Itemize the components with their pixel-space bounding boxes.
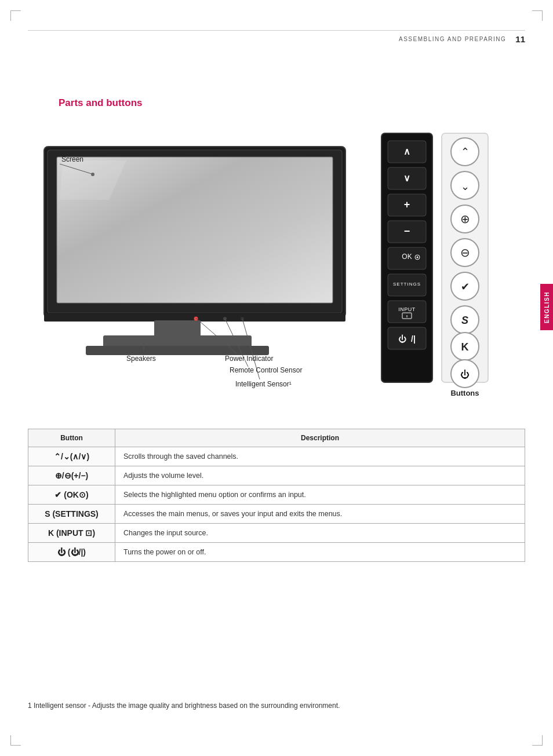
table-cell-button: ✔ (OK⊙) [28, 485, 115, 505]
svg-text:⏻: ⏻ [460, 370, 470, 379]
svg-text:∨: ∨ [403, 173, 410, 183]
svg-text:Speakers: Speakers [126, 355, 156, 363]
svg-text:∧: ∧ [403, 147, 410, 156]
corner-mark-br [532, 735, 543, 746]
table-cell-description: Changes the input source. [115, 524, 525, 543]
page-header: ASSEMBLING AND PREPARING 11 [28, 30, 525, 44]
table-cell-description: Turns the power on or off. [115, 543, 525, 562]
svg-text:/|: /| [411, 334, 416, 344]
svg-text:Screen: Screen [61, 155, 83, 163]
corner-mark-tl [10, 10, 21, 21]
table-header-button: Button [28, 429, 115, 447]
svg-text:⊕: ⊕ [460, 213, 470, 225]
svg-text:⌃: ⌃ [461, 146, 470, 158]
table-cell-description: Selects the highlighted menu option or c… [115, 485, 525, 505]
corner-mark-bl [10, 735, 21, 746]
svg-rect-30 [388, 327, 426, 349]
svg-point-23 [417, 257, 419, 258]
svg-text:K: K [461, 341, 469, 353]
table-cell-button: ⌃/⌄(∧/∨) [28, 447, 115, 466]
svg-text:SETTINGS: SETTINGS [393, 282, 421, 287]
button-table: Button Description ⌃/⌄(∧/∨)Scrolls throu… [28, 429, 525, 562]
footnote: 1 Intelligent sensor - Adjusts the image… [28, 702, 525, 710]
table-row: ✔ (OK⊙)Selects the highlighted menu opti… [28, 485, 525, 505]
table-row: ⌃/⌄(∧/∨)Scrolls through the saved channe… [28, 447, 525, 466]
diagram-area: ∧ ∨ + − OK SETTINGS INPUT ⏻ /| ⌃ [28, 125, 526, 408]
svg-text:Buttons: Buttons [450, 389, 479, 397]
svg-text:+: + [404, 199, 410, 210]
section-title: Parts and buttons [59, 97, 143, 109]
svg-text:⊖: ⊖ [460, 246, 470, 259]
diagram-svg: ∧ ∨ + − OK SETTINGS INPUT ⏻ /| ⌃ [28, 125, 526, 408]
table-row: S (SETTINGS)Accesses the main menus, or … [28, 505, 525, 524]
table-cell-button: ⏻ (⏻/|) [28, 543, 115, 562]
table-cell-button: S (SETTINGS) [28, 505, 115, 524]
table-row: K (INPUT ⊡)Changes the input source. [28, 524, 525, 543]
svg-text:Remote Control Sensor: Remote Control Sensor [230, 366, 302, 374]
header-page-number: 11 [515, 34, 525, 44]
table-row: ⏻ (⏻/|)Turns the power on or off. [28, 543, 525, 562]
header-section-label: ASSEMBLING AND PREPARING [399, 36, 506, 42]
svg-point-52 [91, 173, 94, 176]
table-row: ⊕/⊖(+/−)Adjusts the volume level. [28, 466, 525, 485]
table-cell-button: ⊕/⊖(+/−) [28, 466, 115, 485]
svg-text:S: S [461, 315, 468, 326]
svg-text:OK: OK [402, 253, 412, 261]
svg-text:Power Indicator: Power Indicator [225, 355, 273, 363]
svg-text:⌄: ⌄ [461, 181, 470, 192]
svg-text:−: − [404, 225, 410, 237]
corner-mark-tr [532, 10, 543, 21]
table-header-description: Description [115, 429, 525, 447]
svg-text:✔: ✔ [461, 281, 470, 293]
svg-text:Intelligent Sensor¹: Intelligent Sensor¹ [235, 380, 292, 388]
table-cell-button: K (INPUT ⊡) [28, 524, 115, 543]
table-cell-description: Adjusts the volume level. [115, 466, 525, 485]
table-cell-description: Scrolls through the saved channels. [115, 447, 525, 466]
svg-point-8 [194, 317, 198, 321]
svg-rect-7 [86, 346, 269, 355]
english-tab-label: ENGLISH [544, 291, 550, 323]
english-tab: ENGLISH [540, 284, 553, 330]
table-cell-description: Accesses the main menus, or saves your i… [115, 505, 525, 524]
svg-text:⏻: ⏻ [398, 334, 406, 344]
svg-text:INPUT: INPUT [398, 306, 416, 312]
